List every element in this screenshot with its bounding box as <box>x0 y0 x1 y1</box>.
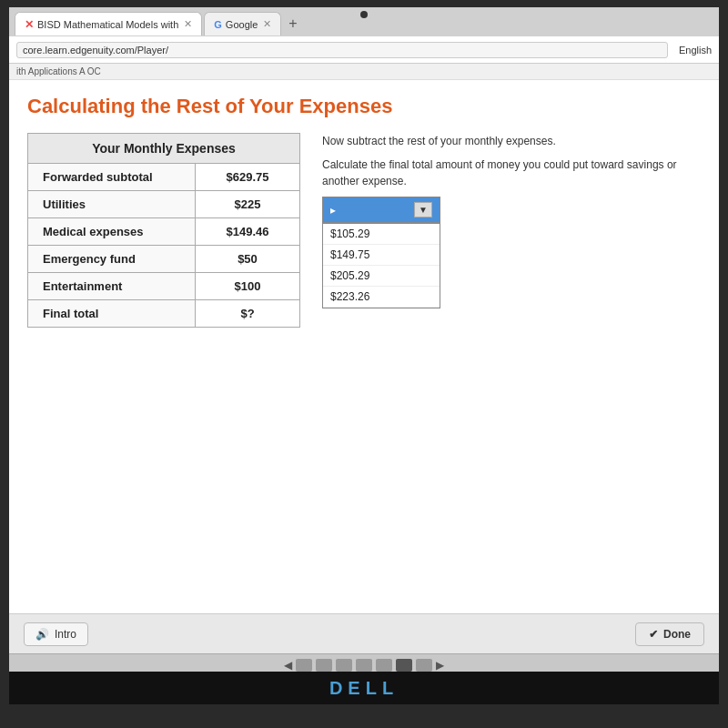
dell-logo: DELL <box>329 678 399 699</box>
table-row: Entertainment $100 <box>28 273 300 300</box>
nav-dot-2[interactable] <box>316 659 332 672</box>
nav-strip: ◀ ▶ <box>9 653 719 672</box>
nav-right-arrow[interactable]: ▶ <box>436 659 444 672</box>
table-row: Emergency fund $50 <box>28 246 300 273</box>
page-title: Calculating the Rest of Your Expenses <box>27 95 701 118</box>
language-label: English <box>679 45 712 56</box>
row-value-4: $100 <box>196 273 300 300</box>
row-value-0: $629.75 <box>196 164 300 191</box>
done-label: Done <box>663 628 691 641</box>
dropdown-option-1[interactable]: $149.75 <box>323 245 440 266</box>
instructions-line1: Now subtract the rest of your monthly ex… <box>322 133 701 149</box>
dell-bar: DELL <box>9 672 719 704</box>
table-header: Your Monthly Expenses <box>28 134 300 164</box>
bottom-bar: 🔊 Intro ✔ Done <box>9 613 719 653</box>
nav-dot-6[interactable] <box>396 659 412 672</box>
tab-icon-x: ✕ <box>25 18 34 31</box>
screen: ✕ BISD Mathematical Models with ✕ G Goog… <box>9 7 719 672</box>
new-tab-button[interactable]: + <box>283 15 302 32</box>
monitor: ✕ BISD Mathematical Models with ✕ G Goog… <box>0 0 728 728</box>
tab-google[interactable]: G Google ✕ <box>204 12 281 35</box>
tab-bisd-label: BISD Mathematical Models with <box>37 19 178 30</box>
breadcrumb-bar: ith Applications A OC <box>9 64 719 80</box>
expenses-table: Your Monthly Expenses Forwarded subtotal… <box>27 133 300 328</box>
table-row: Forwarded subtotal $629.75 <box>28 164 300 191</box>
table-row: Medical expenses $149.46 <box>28 218 300 246</box>
dropdown-option-0[interactable]: $105.29 <box>323 224 440 245</box>
row-label-0: Forwarded subtotal <box>28 164 196 191</box>
nav-dot-5[interactable] <box>376 659 392 672</box>
done-button[interactable]: ✔ Done <box>635 622 704 646</box>
dropdown-selected[interactable]: ▸ ▼ <box>322 197 440 223</box>
dropdown-option-3[interactable]: $223.26 <box>323 287 440 308</box>
speaker-icon: 🔊 <box>35 628 49 641</box>
table-row-final: Final total $? <box>28 300 300 328</box>
row-label-2: Medical expenses <box>28 218 196 246</box>
table-row: Utilities $225 <box>28 191 300 218</box>
row-label-1: Utilities <box>28 191 196 218</box>
tab-google-label: Google <box>226 19 258 30</box>
row-value-final: $? <box>196 300 300 328</box>
tab-icon-g: G <box>214 19 222 30</box>
row-label-final: Final total <box>28 300 196 328</box>
address-bar[interactable]: core.learn.edgenuity.com/Player/ <box>16 42 668 58</box>
dropdown-arrow-icon[interactable]: ▼ <box>414 202 432 217</box>
nav-dot-1[interactable] <box>296 659 312 672</box>
row-label-4: Entertainment <box>28 273 196 300</box>
row-label-3: Emergency fund <box>28 246 196 273</box>
nav-dot-7[interactable] <box>416 659 432 672</box>
row-value-3: $50 <box>196 246 300 273</box>
breadcrumb-text: ith Applications A OC <box>16 66 101 76</box>
row-value-1: $225 <box>196 191 300 218</box>
dropdown-options: $105.29 $149.75 $205.29 $223.26 <box>322 223 440 308</box>
browser-chrome: ✕ BISD Mathematical Models with ✕ G Goog… <box>9 7 719 80</box>
webcam <box>360 11 368 18</box>
nav-left-arrow[interactable]: ◀ <box>284 659 292 672</box>
nav-dot-4[interactable] <box>356 659 372 672</box>
dropdown-container: ▸ ▼ $105.29 $149.75 $205.29 $223.26 <box>322 197 701 223</box>
instructions-line2: Calculate the final total amount of mone… <box>322 157 701 189</box>
tab-google-close[interactable]: ✕ <box>263 18 271 30</box>
checkmark-icon: ✔ <box>649 628 658 641</box>
tab-bisd[interactable]: ✕ BISD Mathematical Models with ✕ <box>15 12 202 35</box>
row-value-2: $149.46 <box>196 218 300 246</box>
intro-button[interactable]: 🔊 Intro <box>24 622 88 646</box>
dropdown-option-2[interactable]: $205.29 <box>323 266 440 287</box>
right-panel: Now subtract the rest of your monthly ex… <box>322 133 701 223</box>
address-bar-row: core.learn.edgenuity.com/Player/ English <box>9 36 719 64</box>
tab-bisd-close[interactable]: ✕ <box>184 18 192 30</box>
dropdown-cursor: ▸ <box>330 204 336 217</box>
main-layout: Your Monthly Expenses Forwarded subtotal… <box>27 133 701 328</box>
intro-label: Intro <box>55 628 76 641</box>
content-area: Calculating the Rest of Your Expenses Yo… <box>9 80 719 653</box>
nav-dot-3[interactable] <box>336 659 352 672</box>
